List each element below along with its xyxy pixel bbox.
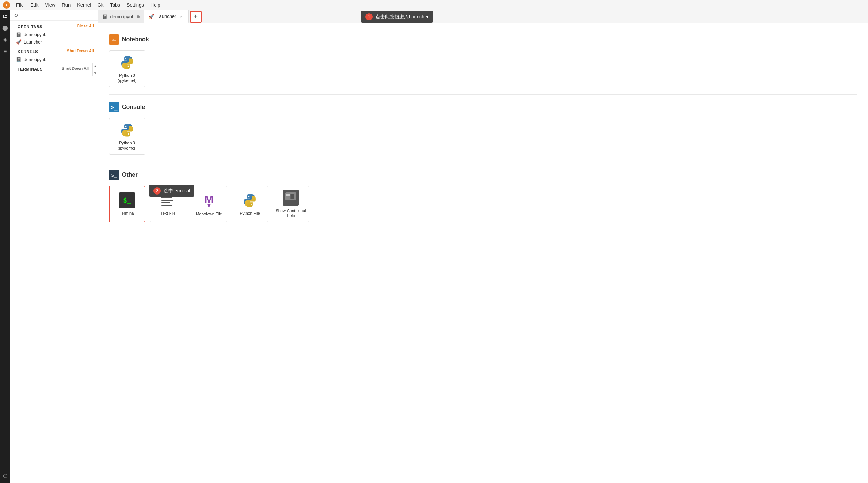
annotation-text-1: 点击此按钮进入Launcher	[376, 14, 429, 20]
kernels-section-header: KERNELS Shut Down All	[10, 46, 98, 56]
launcher-icon: 🚀	[16, 39, 22, 45]
icon-bar: 🗂 ⬤ ◈ ≡ ⬡	[0, 10, 10, 483]
notebook-icon: 📓	[16, 32, 22, 37]
kernels-label: KERNELS	[14, 47, 42, 54]
contextual-help-icon	[283, 190, 299, 206]
svg-point-1	[128, 66, 129, 67]
sidebar-kernel-demo[interactable]: 📓 demo.ipynb	[10, 56, 98, 63]
svg-point-5	[251, 204, 252, 205]
terminal-card[interactable]: $_ Terminal 2 选中terminal	[109, 186, 145, 222]
svg-point-3	[128, 133, 129, 135]
app-logo: ●	[3, 1, 10, 9]
python-file-label: Python File	[240, 211, 260, 216]
close-all-button[interactable]: Close All	[77, 24, 94, 28]
scroll-arrows: ▲ ▼	[92, 63, 98, 76]
sidebar-tab-label-launcher: Launcher	[24, 39, 42, 45]
divider-notebook-console	[109, 94, 857, 95]
terminals-section-header: TERMINALS Shut Down All	[10, 63, 92, 73]
sidebar-item-launcher[interactable]: 🚀 Launcher	[10, 38, 98, 46]
main-layout: 🗂 ⬤ ◈ ≡ ⬡ ↻ OPEN TABS Close All 📓 demo.i…	[0, 10, 868, 483]
markdown-file-card[interactable]: M ▼ Markdown File	[191, 186, 227, 222]
menu-settings[interactable]: Settings	[124, 1, 147, 8]
tab-bar: 📓 demo.ipynb 🚀 Launcher × + 1 点击此按钮进入Lau…	[98, 10, 868, 23]
python-file-card[interactable]: Python File	[232, 186, 268, 222]
contextual-help-label: Show ContextualHelp	[275, 208, 306, 219]
terminals-section: TERMINALS Shut Down All ▲ ▼	[10, 63, 98, 76]
sidebar-item-demo-ipynb[interactable]: 📓 demo.ipynb	[10, 31, 98, 38]
menu-run[interactable]: Run	[59, 1, 73, 8]
terminals-label: TERMINALS	[14, 65, 46, 72]
tab-notebook-icon: 📓	[102, 14, 108, 19]
annotation-bubble-2: 2 选中terminal	[149, 185, 194, 197]
python3-notebook-label: Python 3(ipykernel)	[118, 73, 136, 83]
text-file-label: Text File	[161, 211, 176, 216]
notebook-section-icon: 🏷	[109, 34, 119, 45]
menu-kernel[interactable]: Kernel	[74, 1, 94, 8]
sidebar-header: ↻	[10, 10, 98, 21]
other-section-icon: $_	[109, 170, 119, 180]
terminal-icon: $_	[119, 192, 135, 208]
tab-demo-ipynb[interactable]: 📓 demo.ipynb	[98, 10, 144, 23]
contextual-help-card[interactable]: Show ContextualHelp	[273, 186, 309, 222]
icon-bar-extensions[interactable]: ⬡	[1, 471, 9, 480]
annotation-number-2: 2	[153, 187, 161, 195]
kernel-notebook-icon: 📓	[16, 57, 22, 62]
annotation-bubble-1: 1 点击此按钮进入Launcher	[361, 11, 433, 23]
terminal-card-label: Terminal	[119, 211, 135, 216]
svg-point-4	[248, 196, 250, 197]
python-logo-console	[119, 122, 135, 138]
notebook-cards: Python 3(ipykernel)	[109, 50, 857, 87]
menu-file[interactable]: File	[13, 1, 27, 8]
python3-console-card[interactable]: Python 3(ipykernel)	[109, 118, 145, 155]
contextual-icon-svg	[285, 192, 297, 204]
annotation-number-1: 1	[365, 13, 373, 20]
terminals-shut-down-all[interactable]: Shut Down All	[62, 66, 89, 71]
refresh-button[interactable]: ↻	[14, 12, 18, 18]
svg-point-2	[125, 125, 127, 127]
unsaved-dot	[137, 15, 140, 18]
svg-rect-9	[286, 197, 290, 197]
tab-launcher-icon: 🚀	[149, 14, 154, 19]
annotation-text-2: 选中terminal	[164, 188, 190, 194]
svg-rect-13	[291, 197, 293, 197]
sidebar-kernel-label: demo.ipynb	[24, 57, 46, 62]
new-tab-button[interactable]: +	[190, 11, 202, 23]
tab-launcher[interactable]: 🚀 Launcher ×	[144, 10, 189, 23]
content-area: 🏷 Notebook	[98, 23, 868, 483]
svg-point-0	[125, 58, 127, 59]
console-section-icon: >_	[109, 102, 119, 112]
python3-console-label: Python 3(ipykernel)	[118, 140, 136, 151]
menu-git[interactable]: Git	[95, 1, 107, 8]
kernels-shut-down-all[interactable]: Shut Down All	[67, 49, 94, 53]
scroll-down-arrow[interactable]: ▼	[93, 71, 98, 76]
tab-close-button[interactable]: ×	[178, 14, 183, 19]
menu-help[interactable]: Help	[148, 1, 163, 8]
notebook-section-title: Notebook	[122, 36, 149, 43]
python-logo-notebook	[119, 54, 135, 71]
python-logo-file	[242, 192, 258, 208]
open-tabs-label: OPEN TABS	[14, 22, 46, 30]
right-panel: 📓 demo.ipynb 🚀 Launcher × + 1 点击此按钮进入Lau…	[98, 10, 868, 483]
sidebar-tab-label-demo: demo.ipynb	[24, 32, 46, 37]
menu-bar: ● File Edit View Run Kernel Git Tabs Set…	[0, 0, 868, 10]
menu-tabs[interactable]: Tabs	[107, 1, 123, 8]
python3-notebook-card[interactable]: Python 3(ipykernel)	[109, 50, 145, 87]
other-cards: $_ Terminal 2 选中terminal	[109, 186, 857, 222]
other-section-title: Other	[122, 171, 138, 178]
icon-bar-commands[interactable]: ≡	[1, 47, 9, 56]
console-section-title: Console	[122, 104, 145, 110]
menu-edit[interactable]: Edit	[27, 1, 41, 8]
markdown-file-label: Markdown File	[196, 211, 222, 216]
menu-view[interactable]: View	[42, 1, 58, 8]
icon-bar-files[interactable]: 🗂	[1, 12, 9, 20]
icon-bar-git[interactable]: ◈	[1, 35, 9, 44]
svg-rect-11	[291, 195, 293, 195]
notebook-section-header: 🏷 Notebook	[109, 34, 857, 45]
svg-rect-12	[291, 196, 293, 196]
icon-bar-running[interactable]: ⬤	[1, 23, 9, 32]
console-section-header: >_ Console	[109, 102, 857, 112]
console-cards: Python 3(ipykernel)	[109, 118, 857, 155]
tab-launcher-label: Launcher	[156, 14, 176, 19]
scroll-up-arrow[interactable]: ▲	[93, 63, 98, 69]
svg-rect-7	[286, 194, 290, 195]
